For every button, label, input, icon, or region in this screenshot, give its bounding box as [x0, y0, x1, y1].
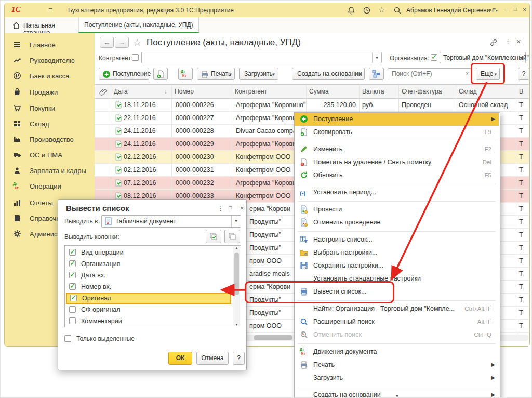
- dropdown-caret-icon[interactable]: ▾: [231, 216, 241, 227]
- dialog-help-button[interactable]: ?: [233, 352, 245, 365]
- search-field[interactable]: x: [388, 68, 472, 79]
- sidebar-item-7[interactable]: Производство: [5, 133, 95, 147]
- dialog-column-item[interactable]: Оригинал: [66, 293, 231, 304]
- column-checkbox[interactable]: [70, 295, 77, 301]
- dropdown-caret-icon[interactable]: ▾: [372, 52, 381, 63]
- dialog-close-icon[interactable]: ×: [240, 204, 244, 212]
- menu-item-5[interactable]: Пометить на удаление / Снять пометкуDel: [295, 156, 499, 169]
- ok-button[interactable]: ОК: [168, 352, 192, 365]
- help-button[interactable]: ?: [518, 68, 529, 80]
- cancel-button[interactable]: Отмена: [196, 352, 229, 365]
- dropdown-caret-icon[interactable]: ▾: [516, 52, 525, 63]
- menu-item-13[interactable]: Настроить список...: [295, 233, 499, 246]
- organization-input[interactable]: Торговый дом "Комплексный" ООО ▾: [440, 52, 526, 63]
- scroll-down-icon[interactable]: ▼: [233, 323, 240, 326]
- table-row[interactable]: 18.11.20160000-000226Агроферма "Коровино…: [95, 99, 529, 112]
- column-checkbox[interactable]: [69, 283, 76, 290]
- menu-item-21[interactable]: Отменить поискCtrl+Q: [295, 328, 499, 341]
- column-checkbox[interactable]: [69, 317, 76, 324]
- sidebar-item-10[interactable]: ДтКтОперации: [5, 180, 95, 193]
- link-icon[interactable]: [489, 38, 498, 47]
- search-icon[interactable]: [393, 6, 402, 15]
- column-checkbox[interactable]: [69, 249, 76, 256]
- menu-item-24[interactable]: Печать▶: [295, 359, 499, 372]
- sidebar-item-4[interactable]: Продажи: [5, 86, 95, 99]
- maximize-button[interactable]: □: [514, 6, 517, 12]
- scroll-up-icon[interactable]: ▲: [233, 246, 240, 249]
- main-menu-icon[interactable]: ≡: [48, 6, 52, 14]
- dtkt-button[interactable]: ДтКт: [178, 68, 193, 80]
- menu-item-15[interactable]: Сохранить настройки...: [295, 259, 499, 272]
- close-button[interactable]: ×: [523, 6, 527, 14]
- sidebar-item-5[interactable]: Покупки: [5, 102, 95, 115]
- column-checkbox[interactable]: [69, 260, 76, 267]
- output-to-select[interactable]: A Табличный документ ▾: [101, 215, 241, 228]
- menu-item-19[interactable]: Найти: Организация - Торговый дом "Компл…: [295, 302, 499, 315]
- menu-item-20[interactable]: Расширенный поискAlt+F: [295, 315, 499, 328]
- tab-home[interactable]: Начальная страница: [5, 17, 78, 33]
- back-button[interactable]: ←: [100, 37, 114, 48]
- menu-item-4[interactable]: ИзменитьF2: [295, 143, 499, 156]
- load-button[interactable]: Загрузить ▾: [239, 68, 278, 80]
- menu-item-8[interactable]: (•)Установить период...: [295, 186, 499, 199]
- counterparty-input[interactable]: ▾: [141, 52, 382, 63]
- search-clear-icon[interactable]: x: [466, 70, 469, 76]
- dialog-column-item[interactable]: Номер вх.: [65, 281, 232, 293]
- cell-counterparty-fragment: ерма "Корови: [249, 205, 290, 213]
- history-clock-icon[interactable]: [363, 6, 371, 15]
- dialog-column-item[interactable]: СФ оригинал: [65, 304, 232, 315]
- menu-item-27[interactable]: Создать на основании▶: [295, 389, 499, 398]
- document-structure-button[interactable]: [369, 68, 384, 80]
- service-menu-icon[interactable]: ≡▾: [492, 6, 498, 14]
- print-button[interactable]: Печать ▾: [197, 68, 235, 80]
- check-all-button[interactable]: [206, 230, 221, 243]
- forward-button[interactable]: →: [115, 37, 129, 48]
- kebab-menu-icon[interactable]: ⋮: [504, 37, 511, 45]
- sidebar-item-9[interactable]: Зарплата и кадры: [5, 164, 95, 178]
- notifications-bell-icon[interactable]: [347, 6, 355, 15]
- sort-arrow-icon[interactable]: ↓: [164, 88, 167, 95]
- dialog-kebab-icon[interactable]: ⋮: [217, 204, 224, 212]
- favorite-star-icon[interactable]: ☆: [133, 37, 141, 48]
- uncheck-all-button[interactable]: [224, 230, 240, 243]
- menu-item-14[interactable]: Выбрать настройки...: [295, 246, 499, 259]
- dialog-column-item[interactable]: Комментарий: [65, 315, 232, 327]
- dialog-column-item[interactable]: Организация: [65, 258, 232, 270]
- tab-close-icon[interactable]: ×: [188, 21, 191, 28]
- dialog-column-item[interactable]: Вид операции: [65, 247, 232, 258]
- form-close-icon[interactable]: ×: [516, 37, 521, 46]
- dialog-list-scrollbar[interactable]: ▲ ▼: [233, 246, 240, 326]
- menu-item-1[interactable]: Поступление▶: [295, 113, 499, 126]
- tab-receipts[interactable]: Поступление (акты, накладные, УПД) ×: [78, 17, 199, 33]
- column-checkbox[interactable]: [69, 272, 76, 278]
- menu-item-25[interactable]: Загрузить▶: [295, 372, 499, 384]
- dialog-column-item[interactable]: Дата вх.: [65, 270, 232, 281]
- create-based-button[interactable]: Создать на основании ▾: [292, 68, 365, 80]
- scrollbar-thumb[interactable]: [254, 335, 292, 340]
- cell-operation-kind: Т: [519, 283, 523, 290]
- menu-item-10[interactable]: Провести: [295, 203, 499, 216]
- sidebar-item-3[interactable]: Банк и касса: [5, 70, 95, 83]
- table-header[interactable]: Дата↓НомерКонтрагентСуммаВалютаСчет-факт…: [95, 84, 529, 99]
- sidebar-item-6[interactable]: Склад: [5, 117, 95, 131]
- configure-list-icon: [300, 235, 308, 244]
- dialog-maximize-icon[interactable]: □: [229, 205, 232, 210]
- sidebar-item-1[interactable]: Главное: [5, 38, 95, 52]
- favorites-star-icon[interactable]: ☆: [378, 5, 385, 15]
- menu-item-23[interactable]: ДтКтДвижения документа: [295, 346, 499, 359]
- menu-item-6[interactable]: ОбновитьF5: [295, 169, 499, 182]
- search-input[interactable]: [391, 70, 460, 78]
- only-selected-checkbox[interactable]: [64, 335, 71, 342]
- column-checkbox[interactable]: [69, 306, 76, 313]
- user-name[interactable]: Абрамов Геннадий Сергеевич: [406, 7, 494, 14]
- menu-item-11[interactable]: Отменить проведение: [295, 216, 499, 229]
- scrollbar-thumb[interactable]: [234, 253, 239, 295]
- new-receipt-button[interactable]: Поступление ▾: [99, 68, 149, 80]
- organization-checkbox[interactable]: [431, 54, 437, 61]
- copy-button[interactable]: [153, 68, 168, 80]
- menu-item-2[interactable]: СкопироватьF9: [295, 126, 499, 139]
- sidebar-item-8[interactable]: ОС и НМА: [5, 149, 95, 162]
- minimize-button[interactable]: –: [504, 5, 508, 12]
- sidebar-item-2[interactable]: Руководителю: [5, 54, 95, 68]
- counterparty-checkbox[interactable]: [132, 54, 139, 61]
